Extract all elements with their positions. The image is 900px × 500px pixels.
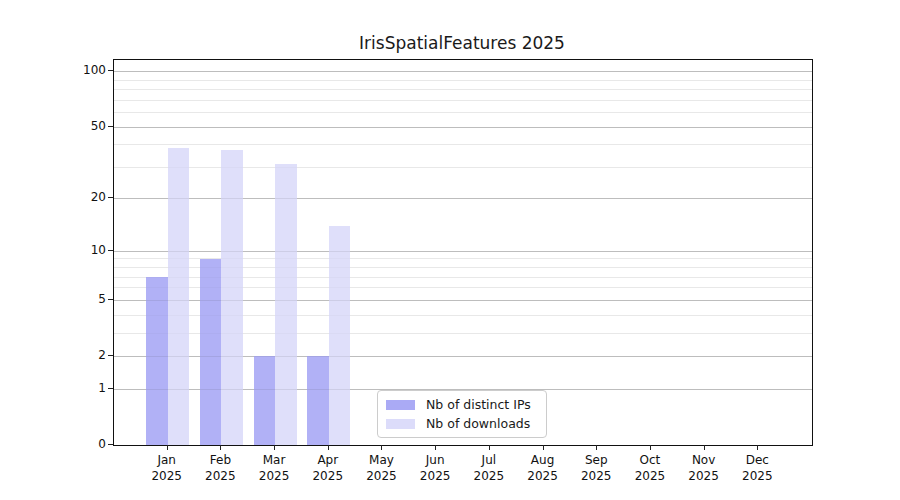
xtick-mark-may — [381, 445, 382, 450]
gridline-overlay-minor-90 — [114, 80, 812, 81]
legend-swatch-downloads — [386, 419, 415, 429]
ytick-mark-5 — [108, 299, 113, 300]
xtick-mark-aug — [543, 445, 544, 450]
gridline-overlay-minor-3 — [114, 333, 812, 334]
ytick-mark-50 — [108, 126, 113, 127]
xtick-mark-nov — [704, 445, 705, 450]
ytick-label-0: 0 — [62, 436, 106, 452]
legend-label-downloads: Nb of downloads — [426, 416, 530, 431]
ytick-label-10: 10 — [62, 242, 106, 258]
xtick-mark-jun — [435, 445, 436, 450]
ytick-label-100: 100 — [62, 62, 106, 78]
legend-item-distinct-ips: Nb of distinct IPs — [386, 397, 538, 412]
gridline-overlay-minor-6 — [114, 287, 812, 288]
xtick-mark-oct — [650, 445, 651, 450]
xtick-mark-feb — [220, 445, 221, 450]
ytick-label-50: 50 — [62, 118, 106, 134]
gridline-overlay-major-2 — [114, 356, 812, 357]
xtick-mark-mar — [274, 445, 275, 450]
bar-jan-downloads — [168, 148, 190, 445]
gridline-overlay-minor-70 — [114, 100, 812, 101]
ytick-mark-20 — [108, 197, 113, 198]
gridline-overlay-minor-60 — [114, 112, 812, 113]
ytick-label-5: 5 — [62, 291, 106, 307]
gridline-overlay-major-50 — [114, 127, 812, 128]
legend-swatch-distinct-ips — [386, 400, 415, 410]
bar-jan-distinct-ips — [146, 277, 168, 445]
gridline-overlay-major-20 — [114, 198, 812, 199]
legend-label-distinct-ips: Nb of distinct IPs — [426, 397, 531, 412]
gridline-overlay-major-5 — [114, 300, 812, 301]
xtick-mark-jul — [489, 445, 490, 450]
gridline-overlay-minor-8 — [114, 267, 812, 268]
bar-mar-distinct-ips — [254, 356, 276, 445]
bar-feb-downloads — [221, 150, 243, 445]
chart-title: IrisSpatialFeatures 2025 — [113, 33, 811, 53]
gridline-overlay-minor-4 — [114, 315, 812, 316]
ytick-mark-10 — [108, 250, 113, 251]
gridline-overlay-major-100 — [114, 71, 812, 72]
ytick-label-2: 2 — [62, 347, 106, 363]
ytick-label-1: 1 — [62, 380, 106, 396]
plot-area — [113, 59, 813, 446]
gridline-overlay-minor-9 — [114, 258, 812, 259]
gridline-overlay-minor-40 — [114, 144, 812, 145]
ytick-mark-1 — [108, 388, 113, 389]
gridline-overlay-minor-80 — [114, 89, 812, 90]
ytick-mark-100 — [108, 70, 113, 71]
ytick-mark-0 — [108, 444, 113, 445]
ytick-mark-2 — [108, 355, 113, 356]
gridline-overlay-minor-30 — [114, 167, 812, 168]
bar-apr-distinct-ips — [307, 356, 329, 445]
xtick-label-dec: Dec2025 — [725, 452, 789, 484]
ytick-label-20: 20 — [62, 189, 106, 205]
gridline-overlay-minor-7 — [114, 277, 812, 278]
legend-item-downloads: Nb of downloads — [386, 416, 538, 431]
bar-mar-downloads — [275, 164, 297, 445]
xtick-mark-sep — [596, 445, 597, 450]
gridline-overlay-major-10 — [114, 251, 812, 252]
xtick-mark-dec — [757, 445, 758, 450]
xtick-mark-apr — [328, 445, 329, 450]
legend: Nb of distinct IPs Nb of downloads — [377, 390, 547, 438]
xtick-mark-jan — [167, 445, 168, 450]
download-stats-chart: IrisSpatialFeatures 2025 1005020105210 J… — [0, 0, 900, 500]
